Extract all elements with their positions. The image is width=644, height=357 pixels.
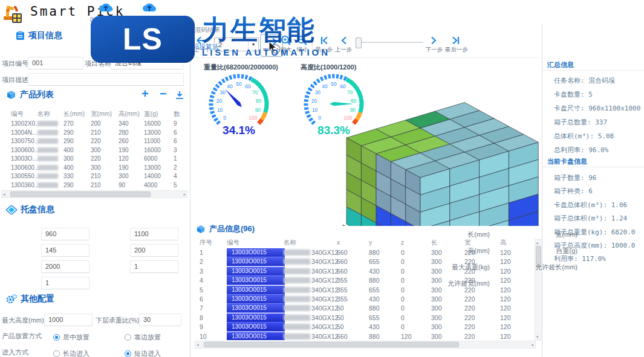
cell: 300: [119, 173, 129, 179]
last-step-icon[interactable]: [451, 36, 461, 45]
redacted-name: [37, 130, 58, 135]
project-code-input[interactable]: 001: [28, 57, 83, 69]
cell: 120: [500, 286, 511, 294]
pallet-field-input[interactable]: 1100: [130, 228, 178, 240]
cloud-upload-icon: [99, 2, 113, 13]
step-slider[interactable]: [356, 37, 423, 47]
zoom-out-label: 缩小: [294, 46, 310, 54]
product-name-suffix: 340GX12: [311, 333, 338, 340]
cell: 220: [464, 304, 475, 312]
chevron-down-icon[interactable]: ▼: [248, 38, 258, 51]
redacted-name: [37, 121, 58, 126]
product-list-hscrollbar[interactable]: ◂ ▸: [1, 190, 187, 198]
next-step-icon[interactable]: [431, 36, 438, 45]
first-step-icon[interactable]: [319, 36, 329, 45]
product-code-cell: 13003O0015: [227, 304, 285, 313]
summary-header: 汇总信息: [547, 60, 574, 69]
cell: 1300600...: [11, 147, 39, 153]
product-info-hscrollbar[interactable]: ◂ ▸: [195, 341, 536, 349]
project-code-label: 项目编号: [2, 59, 28, 68]
section-product-list: 产品列表: [6, 89, 54, 100]
pallet-field-input[interactable]: 2000: [41, 260, 89, 273]
left-panel-divider[interactable]: [190, 24, 190, 357]
table-row[interactable]: 13002X0...270200340160009: [0, 120, 187, 128]
placement-option[interactable]: 靠边放置: [125, 331, 161, 341]
dispatch-robot-button[interactable]: 下发机器人工站: [128, 2, 171, 24]
cell: 14000: [144, 173, 161, 179]
insert-default-button[interactable]: ⬇ 插入默认数据: [132, 42, 179, 51]
row-index: 9: [200, 323, 203, 330]
redacted-name: [284, 287, 310, 293]
radio-unselected[interactable]: [125, 334, 131, 341]
table-row[interactable]: 1300600...400300190160003: [0, 146, 187, 155]
table-row[interactable]: 1300600...400300190130002: [0, 164, 187, 172]
table-row[interactable]: 13003O0015340GX128506550300220120: [195, 314, 535, 323]
radio-unselected[interactable]: [53, 350, 60, 357]
cell: 0: [401, 323, 405, 330]
svg-text:60: 60: [340, 83, 346, 89]
svg-text:20: 20: [216, 98, 223, 104]
cell: 300: [431, 249, 442, 256]
slider-thumb[interactable]: [356, 37, 362, 48]
cell: 430: [369, 268, 380, 275]
table-row[interactable]: 13003O0015340GX1263554300300220120: [195, 295, 535, 304]
cell: 50: [337, 304, 344, 312]
project-name-input[interactable]: 混合码垛: [111, 57, 183, 69]
table-row[interactable]: 13003O...30022012060001: [0, 155, 187, 163]
pallet-field-input[interactable]: 960: [41, 228, 89, 240]
entry-option[interactable]: 长边进入: [53, 347, 89, 357]
redacted-name: [37, 173, 58, 179]
table-row[interactable]: 1300550...330210300140004: [0, 172, 187, 181]
cell: 280: [119, 129, 129, 136]
svg-text:10: 10: [312, 107, 318, 113]
cell: 210: [91, 173, 101, 179]
connect-wms-button[interactable]: 连接仓管系统: [85, 2, 127, 24]
algorithm-button[interactable]: ⚙ 码垛算法: [184, 42, 219, 51]
table-row[interactable]: 1300750...290220260110006: [0, 137, 187, 146]
placement-label: 靠边放置: [134, 333, 161, 341]
pallet-field-input[interactable]: 1: [130, 260, 178, 273]
redacted-name: [284, 259, 310, 265]
table-row[interactable]: 13004N...290210280130006: [0, 129, 187, 137]
add-product-button[interactable]: +: [141, 87, 149, 101]
entry-option[interactable]: 短边进入: [125, 347, 161, 357]
import-data-button[interactable]: ⬆ 导入数据: [92, 42, 126, 51]
pallet-field-label: 宽(mm): [555, 230, 577, 239]
entry-label: 短边进入: [134, 350, 161, 357]
height-ratio-gauge: 010203040506070809010083.3%: [294, 69, 373, 139]
table-row[interactable]: 1300360...2902109040005: [0, 181, 187, 190]
cell: 190: [119, 164, 129, 171]
toolbar-divider: [312, 35, 313, 54]
pallet-selector[interactable]: 2 ▼: [214, 37, 259, 51]
prev-step-icon[interactable]: [340, 36, 347, 45]
zoom-out-icon[interactable]: [297, 35, 308, 46]
table-row[interactable]: 13003O0015340GX1210660880120300220120: [195, 332, 535, 340]
pallet-field-input[interactable]: 1: [41, 277, 89, 289]
box-icon: [196, 225, 206, 234]
pallet-field-input[interactable]: 145: [41, 244, 89, 257]
product-code-cell: 13003O0015: [227, 286, 285, 295]
cell: 330: [63, 173, 74, 179]
info-item: 箱子种类: 6: [554, 185, 644, 198]
prev-step-label: 上一步: [333, 46, 354, 54]
product-name-suffix: 340GX12: [311, 314, 338, 321]
cell: 220: [464, 333, 475, 340]
redacted-name: [284, 333, 310, 339]
product-code-cell: 13003O0015: [227, 323, 285, 332]
cell: 300: [431, 314, 442, 321]
zoom-in-icon[interactable]: [281, 35, 291, 46]
max-height-input[interactable]: 1000: [44, 314, 93, 326]
cell: 1300550...: [11, 173, 39, 179]
radio-selected[interactable]: [125, 350, 131, 357]
table-row[interactable]: 13003O0015340GX129504300300220120: [195, 323, 535, 332]
cell: 120: [500, 249, 511, 256]
remove-product-button[interactable]: −: [160, 87, 167, 101]
info-item: 卡盘数量: 5: [554, 88, 644, 101]
placement-option[interactable]: 居中放置: [53, 331, 89, 341]
table-row[interactable]: 13003O0015340GX127508800300220120: [195, 304, 535, 313]
project-desc-input[interactable]: [28, 73, 184, 86]
bottom-ratio-input[interactable]: 30: [139, 314, 181, 326]
radio-selected[interactable]: [53, 334, 60, 341]
pallet-field-input[interactable]: 200: [130, 244, 178, 257]
download-list-icon[interactable]: [175, 91, 184, 100]
